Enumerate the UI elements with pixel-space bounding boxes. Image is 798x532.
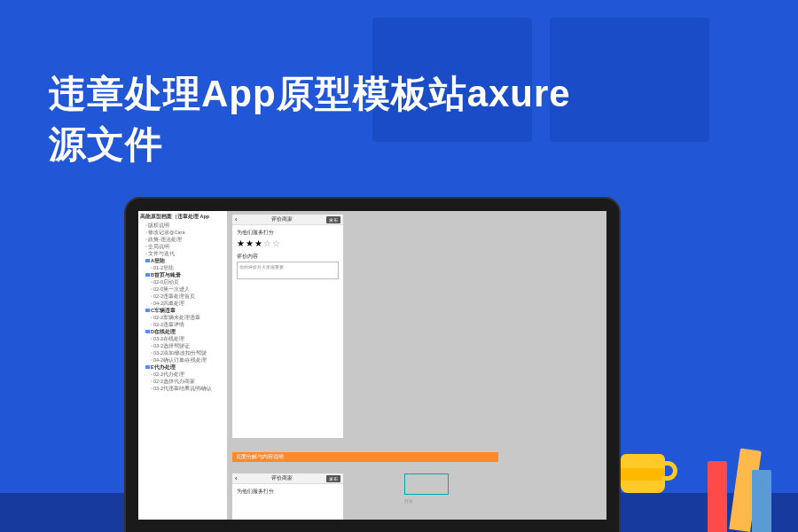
page-icon: ▫ xyxy=(151,357,153,363)
phone-header: ‹ 评价商家 发布 xyxy=(232,215,343,225)
tree-item-label: 03-2添加/修改扣分驾驶 xyxy=(153,350,207,356)
page-icon: ▫ xyxy=(151,386,153,391)
tree-item-label: 04-2确认订单/在线处理 xyxy=(153,357,207,363)
page-icon: ▫ xyxy=(145,251,147,256)
page-icon: ▫ xyxy=(151,350,153,356)
tree-item-label: 文件与迭代 xyxy=(148,251,175,256)
tree-item-label: A登陆 xyxy=(151,258,165,263)
tree-item[interactable]: E代办处理 xyxy=(140,364,225,371)
page-icon: ▫ xyxy=(151,336,153,341)
tree-item[interactable]: ▫03-2在线处理 xyxy=(140,335,225,342)
tree-item[interactable]: ▫02-2车辆未处理违章 xyxy=(140,314,225,321)
tree-item-label: 03-2选择驾驶证 xyxy=(153,343,190,348)
page-icon: ▫ xyxy=(145,237,147,242)
publish-button[interactable]: 发布 xyxy=(326,216,340,223)
canvas-preview[interactable]: ‹ 评价商家 发布 为他们服务打分 ★★★☆☆ 评价内容 你的评价对大家很重要 xyxy=(227,211,606,520)
tree-item-label: 02-2代办处理 xyxy=(153,372,184,377)
tree-item-label: 04-2四单处理 xyxy=(153,301,184,306)
tree-item[interactable]: ▫02-2代办处理 xyxy=(140,371,225,378)
folder-icon xyxy=(145,365,150,369)
page-icon: ▫ xyxy=(151,322,153,327)
page-icon: ▫ xyxy=(145,244,147,249)
phone-mockup-1: ‹ 评价商家 发布 为他们服务打分 ★★★☆☆ 评价内容 你的评价对大家很重要 xyxy=(232,215,343,438)
tree-item[interactable]: ▫版权说明 xyxy=(140,222,225,229)
tree-item[interactable]: ▫03-2选择驾驶证 xyxy=(140,342,225,349)
tree-item[interactable]: ▫政策-违法处理 xyxy=(140,236,225,243)
tree-item[interactable]: D在线处理 xyxy=(140,328,225,335)
page-icon: ▫ xyxy=(151,301,153,306)
tree-item[interactable]: ▫02-2选择代办商家 xyxy=(140,378,225,385)
laptop-mockup: 高能原型档案（违章处理 App ▫版权说明▫修改记录@Cara▫政策-违法处理▫… xyxy=(124,197,621,532)
page-icon: ▫ xyxy=(145,223,147,228)
tree-item[interactable]: ▫文件与迭代 xyxy=(140,250,225,257)
page-title: 违章处理App原型模板站axure 源文件 xyxy=(49,69,571,169)
phone-header-title-2: 评价商家 xyxy=(237,474,326,482)
tree-item-label: 02-2车辆未处理违章 xyxy=(153,315,200,320)
axure-screen: 高能原型档案（违章处理 App ▫版权说明▫修改记录@Cara▫政策-违法处理▫… xyxy=(138,211,606,520)
page-icon: ▫ xyxy=(151,293,153,299)
tree-item[interactable]: ▫02-0启动页 xyxy=(140,278,225,286)
page-icon: ▫ xyxy=(151,372,153,377)
folder-icon xyxy=(145,273,150,277)
page-icon: ▫ xyxy=(151,379,153,384)
tree-item-label: B首页与账册 xyxy=(151,272,181,278)
review-placeholder: 你的评价对大家很重要 xyxy=(239,264,284,270)
tree-item-label: 修改记录@Cara xyxy=(148,230,185,235)
sidebar-header: 高能原型档案（违章处理 App xyxy=(140,214,225,220)
star-rating[interactable]: ★★★☆☆ xyxy=(237,239,339,248)
content-label: 评价内容 xyxy=(237,254,339,260)
books-decoration xyxy=(674,434,780,532)
tree-item-label: 03-2代违章结果说明/确认 xyxy=(153,386,213,391)
tree-item-label: D在线处理 xyxy=(151,329,176,334)
page-tree-sidebar[interactable]: 高能原型档案（违章处理 App ▫版权说明▫修改记录@Cara▫政策-违法处理▫… xyxy=(138,211,227,520)
tree-item[interactable]: ▫修改记录@Cara xyxy=(140,229,225,236)
tree-item[interactable]: ▫01-2登陆 xyxy=(140,264,225,271)
star-filled-icon[interactable]: ★★★ xyxy=(237,239,263,248)
tree-item[interactable]: ▫03-2代违章结果说明/确认 xyxy=(140,385,225,392)
page-icon: ▫ xyxy=(151,343,153,348)
tree-item-label: 02-2违章处理首页 xyxy=(153,293,195,299)
rating-label-2: 为他们服务打分 xyxy=(237,489,339,495)
tree-item[interactable]: ▫02-2违章处理首页 xyxy=(140,293,225,300)
tree-item-label: 版权说明 xyxy=(148,223,169,228)
tree-item-label: 01-2登陆 xyxy=(153,265,174,270)
star-empty-icon[interactable]: ☆☆ xyxy=(263,239,281,248)
title-line-2: 源文件 xyxy=(49,123,163,165)
page-icon: ▫ xyxy=(145,230,147,235)
tree-item-label: 02-0启动页 xyxy=(153,279,179,285)
tree-item[interactable]: ▫04-2四单处理 xyxy=(140,300,225,307)
folder-icon xyxy=(145,259,150,262)
phone-header-2: ‹ 评价商家 发布 xyxy=(232,473,343,484)
phone-mockup-2: ‹ 评价商家 发布 为他们服务打分 xyxy=(232,473,343,520)
page-icon: ▫ xyxy=(151,315,153,320)
folder-icon xyxy=(145,309,150,312)
annotation-callout xyxy=(404,473,449,495)
tree-item[interactable]: ▫04-2确认订单/在线处理 xyxy=(140,356,225,364)
annotation-text: 打分 xyxy=(404,498,413,504)
annotation-bar: 页面分解与内容说明 xyxy=(232,452,498,462)
phone-body-2: 为他们服务打分 xyxy=(232,484,343,502)
title-line-1: 违章处理App原型模板站axure xyxy=(49,73,571,114)
tree-item-label: 全局说明 xyxy=(148,244,169,249)
publish-button-2[interactable]: 发布 xyxy=(326,475,340,482)
page-icon: ▫ xyxy=(151,286,153,292)
tree-item[interactable]: ▫03-2添加/修改扣分驾驶 xyxy=(140,349,225,356)
review-textarea[interactable]: 你的评价对大家很重要 xyxy=(237,262,339,279)
tree-item[interactable]: A登陆 xyxy=(140,257,225,264)
tree-item[interactable]: ▫02-0第一次进入 xyxy=(140,286,225,293)
folder-icon xyxy=(145,330,150,333)
tree-item-label: 03-2在线处理 xyxy=(153,336,184,341)
tree-item-label: E代办处理 xyxy=(151,364,176,370)
laptop-bezel: 高能原型档案（违章处理 App ▫版权说明▫修改记录@Cara▫政策-违法处理▫… xyxy=(124,197,621,532)
phone-body: 为他们服务打分 ★★★☆☆ 评价内容 你的评价对大家很重要 xyxy=(232,225,343,284)
coffee-mug-decoration xyxy=(621,454,665,493)
tree-item-label: 政策-违法处理 xyxy=(148,237,182,242)
page-icon: ▫ xyxy=(151,279,153,285)
tree-item[interactable]: B首页与账册 xyxy=(140,271,225,278)
tree-item-label: C车辆违章 xyxy=(151,308,176,313)
tree-item[interactable]: ▫02-2违章详情 xyxy=(140,321,225,328)
tree-item-label: 02-2违章详情 xyxy=(153,322,184,327)
tree-item[interactable]: ▫全局说明 xyxy=(140,243,225,250)
tree-item-label: 02-2选择代办商家 xyxy=(153,379,195,384)
tree-item[interactable]: C车辆违章 xyxy=(140,307,225,314)
